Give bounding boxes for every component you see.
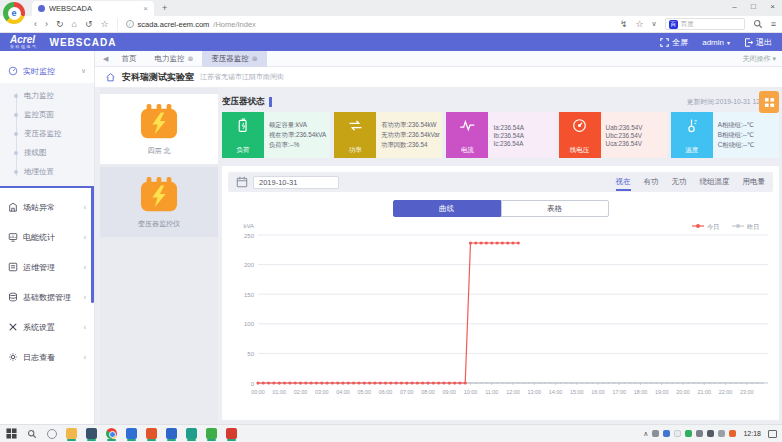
- home-icon[interactable]: ⌂: [72, 16, 77, 32]
- tray-audio-icon[interactable]: [696, 430, 703, 437]
- favorite-star-icon[interactable]: ☆: [101, 16, 109, 32]
- status-line: 负荷率:--%: [269, 141, 330, 150]
- sidebar-group[interactable]: 电能统计‹: [0, 222, 94, 252]
- data-point: [352, 381, 355, 384]
- flash-save-icon[interactable]: ↯: [620, 16, 628, 32]
- close-tab-icon[interactable]: ⊗: [187, 55, 193, 63]
- product-title: WEBSCADA: [50, 37, 117, 48]
- app-green-icon[interactable]: [205, 426, 218, 441]
- tab-close-icon[interactable]: ×: [143, 4, 148, 13]
- metric-tab[interactable]: 视在: [616, 174, 631, 191]
- view-tab[interactable]: 曲线: [393, 200, 501, 217]
- sidebar-subitem[interactable]: 接线图: [0, 143, 94, 162]
- search-icon[interactable]: [753, 19, 763, 29]
- status-line: 视在功率:236.54kVA: [269, 131, 330, 140]
- tray-expand-icon[interactable]: ∧: [643, 430, 648, 438]
- tray-chat-icon[interactable]: [685, 430, 692, 437]
- data-point: [597, 382, 599, 384]
- sidebar-group[interactable]: 日志查看‹: [0, 342, 94, 372]
- metric-tab[interactable]: 绕组温度: [700, 174, 730, 191]
- fullscreen-button[interactable]: 全屏: [660, 37, 688, 48]
- file-explorer-icon[interactable]: [65, 426, 78, 441]
- close-tab-icon[interactable]: ⊗: [252, 55, 258, 63]
- user-menu[interactable]: admin ▾: [702, 38, 730, 47]
- system-monitor-icon[interactable]: [85, 426, 98, 441]
- metric-tab[interactable]: 有功: [644, 174, 659, 191]
- logout-button[interactable]: 退出: [744, 37, 772, 48]
- restore-icon[interactable]: ↺: [85, 16, 93, 32]
- data-point: [602, 382, 604, 384]
- browser-tab-strip: WEBSCADA × + – □ ×: [0, 0, 782, 16]
- chrome-browser-icon[interactable]: [105, 426, 118, 441]
- data-point: [496, 241, 499, 244]
- tray-volume-icon[interactable]: [718, 430, 725, 437]
- taskbar-search-button[interactable]: [25, 427, 38, 440]
- maximize-button[interactable]: □: [744, 0, 763, 15]
- browser-search-box[interactable]: 百度: [665, 18, 745, 30]
- app-red-icon[interactable]: [225, 426, 238, 441]
- taskbar-clock[interactable]: 12:18: [743, 430, 761, 437]
- chevron-left-icon: ‹: [84, 354, 86, 361]
- calendar-icon[interactable]: [236, 176, 248, 188]
- tray-doc-icon[interactable]: [674, 430, 681, 437]
- caret-down-icon[interactable]: ∨: [652, 16, 657, 32]
- close-button[interactable]: ×: [763, 0, 782, 15]
- tray-bluetooth-icon[interactable]: [663, 430, 670, 437]
- data-point: [624, 382, 626, 384]
- app-blue-icon[interactable]: [125, 426, 138, 441]
- url-field[interactable]: i scada.acrel-eem.com/Home/Index: [117, 18, 612, 31]
- device-item[interactable]: 变压器监控仪: [100, 167, 218, 237]
- sidebar-group[interactable]: 运维管理‹: [0, 252, 94, 282]
- sidebar-subitem[interactable]: 地理位置: [0, 162, 94, 181]
- sidebar-subitem[interactable]: 监控页面: [0, 105, 94, 124]
- back-icon[interactable]: ‹: [34, 16, 37, 32]
- app-icon: [186, 428, 197, 439]
- date-input[interactable]: [253, 176, 339, 189]
- collapse-tabs-icon[interactable]: ◀: [103, 55, 108, 63]
- legend-label[interactable]: 昨日: [747, 223, 759, 231]
- new-tab-button[interactable]: +: [162, 1, 167, 16]
- minimize-button[interactable]: –: [725, 0, 744, 15]
- tray-display-icon[interactable]: [707, 430, 714, 437]
- tab-actions-button[interactable]: 关闭操作 ▾: [742, 54, 776, 64]
- sidebar-group[interactable]: 基础数据管理‹: [0, 282, 94, 312]
- sidebar-subitem[interactable]: 变压器监控: [0, 124, 94, 143]
- url-path: /Home/Index: [213, 20, 256, 29]
- browser-logo-icon[interactable]: [3, 2, 25, 24]
- cortana-button[interactable]: [45, 427, 58, 440]
- sidebar-subitem[interactable]: 电力监控: [0, 86, 94, 105]
- metric-tab[interactable]: 用电量: [743, 174, 766, 191]
- view-tab[interactable]: 表格: [501, 200, 609, 217]
- browser-menu-icon[interactable]: ≡: [771, 16, 776, 32]
- page-tab[interactable]: 首页: [112, 51, 145, 67]
- site-info-icon[interactable]: i: [126, 20, 134, 28]
- sidebar-group[interactable]: 实时监控∨: [0, 59, 94, 83]
- sidebar-group[interactable]: 场站异常‹: [0, 192, 94, 222]
- reload-icon[interactable]: ↻: [56, 16, 64, 32]
- app-orange-icon[interactable]: [145, 426, 158, 441]
- status-card-badge: 负荷: [222, 112, 264, 158]
- sidebar-group[interactable]: 系统设置‹: [0, 312, 94, 342]
- data-point: [267, 381, 270, 384]
- data-point: [320, 381, 323, 384]
- page-tab[interactable]: 变压器监控⊗: [202, 51, 266, 67]
- legend-marker[interactable]: [736, 224, 740, 228]
- browser-tab[interactable]: WEBSCADA ×: [32, 1, 154, 16]
- bookmark-star-icon[interactable]: ☆: [636, 16, 644, 32]
- app-teal-icon[interactable]: [185, 426, 198, 441]
- page-tab[interactable]: 电力监控⊗: [145, 51, 202, 67]
- legend-marker[interactable]: [696, 224, 700, 228]
- app-indigo-icon[interactable]: [165, 426, 178, 441]
- tray-security-icon[interactable]: [652, 430, 659, 437]
- metric-tab[interactable]: 无功: [672, 174, 687, 191]
- device-item[interactable]: 四层 北: [100, 94, 218, 164]
- quick-menu-button[interactable]: [759, 91, 779, 113]
- x-tick-label: 23:00: [740, 389, 754, 395]
- forward-icon[interactable]: ›: [45, 16, 48, 32]
- legend-label[interactable]: 今日: [707, 223, 719, 231]
- status-line: Ic:236.54A: [493, 140, 554, 147]
- tray-app-icon[interactable]: [729, 430, 736, 437]
- notification-center-button[interactable]: [768, 430, 777, 438]
- app-icon: [146, 428, 157, 439]
- start-button[interactable]: [5, 427, 18, 440]
